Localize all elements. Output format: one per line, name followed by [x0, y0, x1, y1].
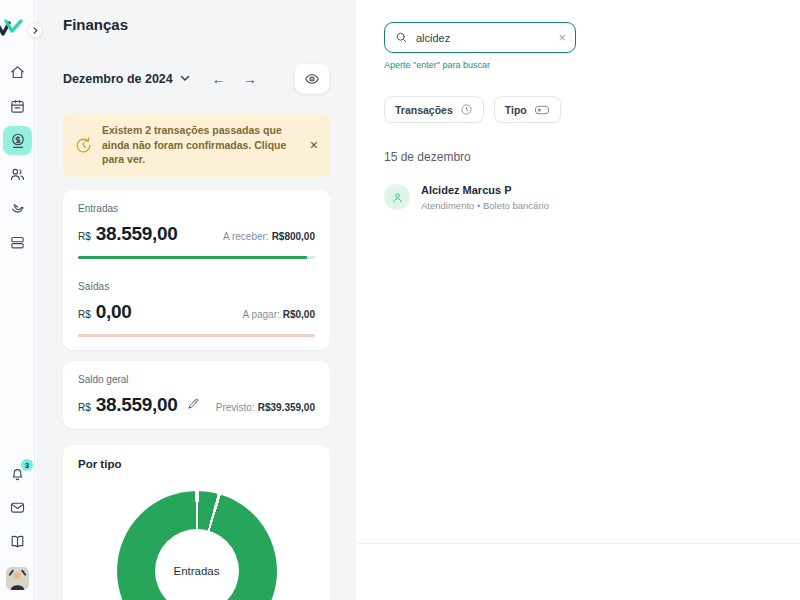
history-clock-icon [74, 136, 93, 155]
entradas-amount: 38.559,00 [96, 223, 178, 245]
sidebar-item-home[interactable] [3, 58, 32, 87]
month-selector-label: Dezembro de 2024 [63, 72, 173, 86]
search-box[interactable]: × [384, 22, 576, 53]
entradas-side: A receber:R$800,00 [223, 231, 315, 242]
balance-card: Saldo geral R$ 38.559,00 Previsto:R$39.3… [63, 361, 330, 429]
sidebar-nav [0, 58, 35, 257]
user-avatar[interactable] [6, 567, 29, 590]
summary-panel: Finanças Dezembro de 2024 ← → Existem 2 … [36, 0, 356, 600]
saldo-side-value: R$39.359,00 [258, 402, 315, 413]
entradas-currency: R$ [78, 231, 91, 242]
notification-badge: 3 [21, 459, 33, 471]
results-date-header: 15 de dezembro [384, 150, 800, 164]
sidebar-item-cards[interactable] [3, 228, 32, 257]
saldo-label: Saldo geral [78, 374, 315, 385]
filter-chip-transacoes[interactable]: Transações [384, 96, 484, 123]
stacked-cards-icon [9, 234, 26, 251]
sidebar-item-clients[interactable] [3, 160, 32, 189]
person-icon [391, 191, 404, 204]
page-title: Finanças [63, 16, 330, 33]
sidebar-item-gesture[interactable] [3, 194, 32, 223]
month-navigation: Dezembro de 2024 ← → [63, 63, 330, 94]
by-type-card: Por tipo Entradas [63, 445, 330, 600]
chevron-down-icon [180, 75, 190, 82]
transaction-details: Atendimento • Boleto bancário [421, 200, 549, 211]
sidebar-item-calendar[interactable] [3, 92, 32, 121]
saidas-amount: 0,00 [96, 301, 132, 323]
saidas-side: A pagar:R$0,00 [242, 309, 315, 320]
previous-month-button[interactable]: ← [212, 72, 226, 86]
alert-text: Existem 2 transações passadas que ainda … [102, 123, 299, 167]
transaction-avatar [384, 184, 410, 210]
chevron-right-icon [32, 27, 39, 34]
sidebar-item-finance[interactable] [3, 126, 32, 155]
calendar-icon [9, 98, 26, 115]
saidas-label: Saídas [78, 281, 315, 292]
search-icon [395, 31, 408, 44]
alert-close-icon[interactable]: × [308, 137, 320, 153]
hand-gesture-icon [9, 200, 26, 217]
toggle-visibility-button[interactable] [294, 63, 330, 94]
search-input[interactable] [416, 32, 550, 44]
mail-icon [9, 499, 26, 516]
filter-chip-tipo[interactable]: Tipo [494, 96, 561, 123]
transaction-row[interactable]: Alcidez Marcus P Atendimento • Boleto ba… [384, 184, 800, 211]
filter-chips: Transações Tipo [384, 96, 800, 123]
filter-chip-transacoes-label: Transações [395, 104, 453, 116]
pencil-icon [187, 397, 200, 410]
avatar-photo-icon [6, 567, 29, 590]
transaction-info: Alcidez Marcus P Atendimento • Boleto ba… [421, 184, 549, 211]
search-panel: × Aperte "enter" para buscar Transações … [357, 0, 800, 600]
month-arrows: ← → [212, 72, 257, 86]
sidebar-bottom: 3 [0, 465, 35, 590]
entradas-label: Entradas [78, 203, 315, 214]
saldo-side: Previsto:R$39.359,00 [216, 402, 315, 413]
entradas-section: Entradas R$ 38.559,00 A receber:R$800,00 [78, 203, 315, 259]
entradas-progress-bar [78, 256, 315, 259]
saidas-progress-bar [78, 334, 315, 337]
edit-balance-button[interactable] [187, 396, 200, 414]
search-clear-icon[interactable]: × [558, 30, 566, 45]
in-out-card: Entradas R$ 38.559,00 A receber:R$800,00… [63, 190, 330, 350]
right-panel-divider [357, 543, 800, 544]
toggle-icon [534, 104, 550, 116]
filter-chip-tipo-label: Tipo [505, 104, 527, 116]
by-type-title: Por tipo [78, 458, 315, 470]
transactions-filter-icon [460, 103, 473, 116]
app: { "app": { "page_title": "Finanças" }, "… [0, 0, 800, 600]
saldo-currency: R$ [78, 402, 91, 413]
entradas-side-value: R$800,00 [272, 231, 315, 242]
next-month-button[interactable]: → [243, 72, 257, 86]
sidebar: 3 [0, 0, 35, 600]
pending-transactions-alert[interactable]: Existem 2 transações passadas que ainda … [63, 113, 330, 177]
by-type-chart: Entradas [117, 491, 277, 600]
month-selector[interactable]: Dezembro de 2024 [63, 72, 190, 86]
transaction-name: Alcidez Marcus P [421, 184, 549, 196]
book-icon [9, 533, 26, 550]
eye-icon [304, 71, 320, 87]
saldo-amount: 38.559,00 [96, 394, 178, 416]
mail-button[interactable] [9, 499, 26, 520]
docs-button[interactable] [9, 533, 26, 554]
saidas-section: Saídas R$ 0,00 A pagar:R$0,00 [78, 281, 315, 337]
saidas-side-value: R$0,00 [283, 309, 315, 320]
search-hint: Aperte "enter" para buscar [384, 60, 800, 70]
sidebar-expand-button[interactable] [27, 22, 43, 38]
saidas-currency: R$ [78, 309, 91, 320]
dollar-circle-icon [9, 132, 27, 150]
app-logo [0, 17, 26, 43]
notifications-button[interactable]: 3 [9, 465, 26, 486]
home-icon [9, 64, 26, 81]
users-icon [9, 166, 26, 183]
